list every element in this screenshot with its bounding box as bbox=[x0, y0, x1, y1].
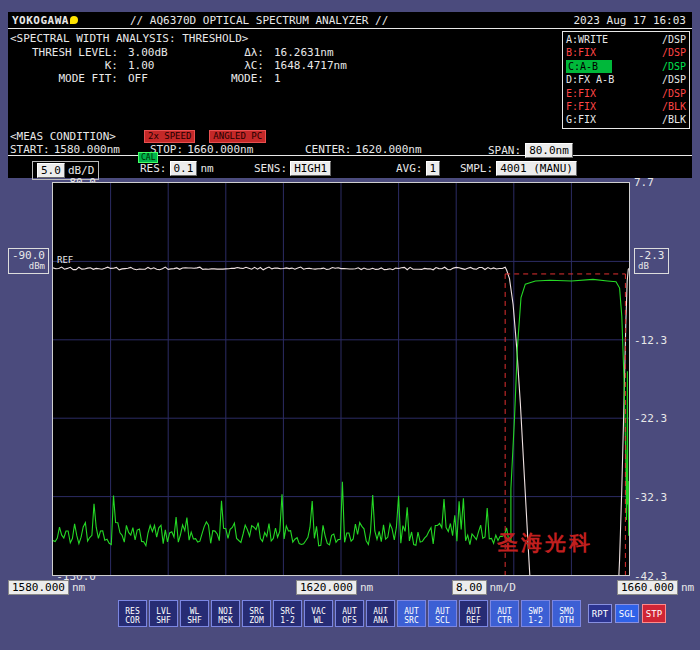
y-axis-right: 7.7 -2.3dB -12.3 -22.3 -32.3 -42.3 bbox=[632, 182, 698, 576]
softkey-label: COR bbox=[125, 616, 139, 625]
softkey-smo-oth[interactable]: SMOOTH bbox=[552, 600, 581, 627]
trace-row-e[interactable]: E:FIX/DSP bbox=[566, 87, 686, 100]
trace-name: D:FX A-B bbox=[566, 73, 614, 86]
trace-row-a[interactable]: A:WRITE/DSP bbox=[566, 33, 686, 46]
meas-condition-header: <MEAS CONDITION> 2x SPEED ANGLED PC bbox=[10, 130, 280, 143]
trace-mode: /BLK bbox=[662, 113, 686, 126]
settings-bar: CAL 5.0dB/D RES:0.1nm SENS:HIGH1 AVG:1 S… bbox=[8, 158, 692, 178]
thresh-level-value: 3.00dB bbox=[118, 46, 222, 59]
softkey-label: MSK bbox=[218, 616, 232, 625]
app-title: // AQ6370D OPTICAL SPECTRUM ANALYZER // bbox=[130, 14, 388, 27]
ref-level-unit: dBm bbox=[12, 261, 45, 272]
x-unit: nm bbox=[72, 581, 85, 594]
softkey-aut-ctr[interactable]: AUTCTR bbox=[490, 600, 519, 627]
trace-mode: /DSP bbox=[662, 73, 686, 86]
softkey-aut-ofs[interactable]: AUTOFS bbox=[335, 600, 364, 627]
softkey-aut-scl[interactable]: AUTSCL bbox=[428, 600, 457, 627]
start-value: 1580.000nm bbox=[54, 143, 120, 156]
meas-condition: <MEAS CONDITION> 2x SPEED ANGLED PC STAR… bbox=[8, 130, 692, 156]
center-label: CENTER: bbox=[305, 143, 351, 156]
softkey-wl-shf[interactable]: WLSHF bbox=[180, 600, 209, 627]
lambda-c-label: λC: bbox=[222, 59, 264, 72]
delta-lambda-value: 16.2631nm bbox=[264, 46, 334, 59]
span-label: SPAN: bbox=[488, 144, 521, 157]
x-unit: nm bbox=[360, 581, 373, 594]
res-unit: nm bbox=[200, 162, 213, 175]
angled-pc-badge: ANGLED PC bbox=[209, 130, 266, 143]
ref-level-box: -90.0dBm bbox=[8, 248, 49, 274]
smpl-field[interactable]: 4001 (MANU) bbox=[496, 161, 577, 176]
softkey-bar: RESCORLVLSHFWLSHFNOIMSKSRCZOMSRC1-2VACWL… bbox=[118, 600, 581, 627]
meas-values: START:1580.000nm STOP:1660.000nm CENTER:… bbox=[10, 143, 690, 156]
analysis-title: <SPECTRAL WIDTH ANALYSIS: THRESHOLD> bbox=[10, 32, 347, 45]
softkey-label: AUT bbox=[373, 607, 387, 616]
stop-value: 1660.000nm bbox=[187, 143, 253, 156]
rel-level-unit: dB bbox=[638, 261, 665, 272]
softkey-label: OTH bbox=[559, 616, 573, 625]
trace-row-d[interactable]: D:FX A-B/DSP bbox=[566, 73, 686, 86]
sweep-controls: RPT SGL STP bbox=[588, 604, 666, 623]
softkey-src-1-2[interactable]: SRC1-2 bbox=[273, 600, 302, 627]
softkey-aut-src[interactable]: AUTSRC bbox=[397, 600, 426, 627]
stop-sweep-button[interactable]: STP bbox=[642, 604, 666, 623]
x-axis: 1580.000nm 1620.000nm 8.00nm/D 1660.000n… bbox=[0, 580, 700, 596]
softkey-lvl-shf[interactable]: LVLSHF bbox=[149, 600, 178, 627]
res-label: RES: bbox=[140, 162, 167, 175]
watermark: 圣海光科 bbox=[497, 529, 593, 557]
softkey-label: RES bbox=[125, 607, 139, 616]
softkey-label: LVL bbox=[156, 607, 170, 616]
y-tick: -12.3 bbox=[632, 333, 698, 346]
softkey-res-cor[interactable]: RESCOR bbox=[118, 600, 147, 627]
softkey-label: SHF bbox=[156, 616, 170, 625]
spectrum-display[interactable]: REF 圣海光科 bbox=[52, 182, 630, 576]
softkey-label: WL bbox=[190, 607, 200, 616]
softkey-label: 1-2 bbox=[528, 616, 542, 625]
softkey-label: AUT bbox=[435, 607, 449, 616]
mode-fit-label: MODE FIT: bbox=[10, 72, 118, 85]
analysis-panel: <SPECTRAL WIDTH ANALYSIS: THRESHOLD> THR… bbox=[10, 32, 347, 85]
x-scale-unit: nm/D bbox=[490, 581, 517, 594]
sens-label: SENS: bbox=[254, 162, 287, 175]
repeat-sweep-button[interactable]: RPT bbox=[588, 604, 612, 623]
softkey-label: SWP bbox=[528, 607, 542, 616]
softkey-label: ANA bbox=[373, 616, 387, 625]
sens-field[interactable]: HIGH1 bbox=[290, 161, 331, 176]
softkey-aut-ref[interactable]: AUTREF bbox=[459, 600, 488, 627]
res-field[interactable]: 0.1 bbox=[170, 161, 198, 176]
x-start-box: 1580.000 bbox=[8, 580, 69, 595]
softkey-label: SRC bbox=[404, 616, 418, 625]
delta-lambda-label: Δλ: bbox=[222, 46, 264, 59]
yokogawa-logo-mark-icon bbox=[70, 16, 78, 24]
trace-row-f[interactable]: F:FIX/BLK bbox=[566, 100, 686, 113]
rel-level-box: -2.3dB bbox=[634, 248, 669, 274]
softkey-swp-1-2[interactable]: SWP1-2 bbox=[521, 600, 550, 627]
trace-name: B:FIX bbox=[566, 46, 596, 59]
x-scale-box: 8.00 bbox=[452, 580, 487, 595]
x-stop-box: 1660.000 bbox=[617, 580, 678, 595]
softkey-label: AUT bbox=[497, 607, 511, 616]
analysis-row: MODE FIT: OFF MODE: 1 bbox=[10, 72, 347, 85]
trace-mode: /BLK bbox=[662, 100, 686, 113]
softkey-src-zom[interactable]: SRCZOM bbox=[242, 600, 271, 627]
trace-mode: /DSP bbox=[662, 60, 686, 73]
trace-row-g[interactable]: G:FIX/BLK bbox=[566, 113, 686, 126]
analysis-row: K: 1.00 λC: 1648.4717nm bbox=[10, 59, 347, 72]
softkey-label: REF bbox=[466, 616, 480, 625]
softkey-vac-wl[interactable]: VACWL bbox=[304, 600, 333, 627]
trace-row-b[interactable]: B:FIX/DSP bbox=[566, 46, 686, 59]
softkey-label: 1-2 bbox=[280, 616, 294, 625]
trace-row-c[interactable]: C:A-B/DSP bbox=[566, 60, 686, 73]
span-value[interactable]: 80.0nm bbox=[525, 143, 573, 158]
k-value: 1.00 bbox=[118, 59, 222, 72]
softkey-noi-msk[interactable]: NOIMSK bbox=[211, 600, 240, 627]
trace-panel: A:WRITE/DSPB:FIX/DSPC:A-B/DSPD:FX A-B/DS… bbox=[562, 31, 690, 129]
softkey-label: SRC bbox=[249, 607, 263, 616]
start-label: START: bbox=[10, 143, 50, 156]
trace-mode: /DSP bbox=[662, 46, 686, 59]
datetime: 2023 Aug 17 16:03 bbox=[573, 14, 686, 27]
single-sweep-button[interactable]: SGL bbox=[615, 604, 639, 623]
avg-field[interactable]: 1 bbox=[426, 161, 441, 176]
softkey-label: WL bbox=[314, 616, 324, 625]
softkey-aut-ana[interactable]: AUTANA bbox=[366, 600, 395, 627]
softkey-label: VAC bbox=[311, 607, 325, 616]
